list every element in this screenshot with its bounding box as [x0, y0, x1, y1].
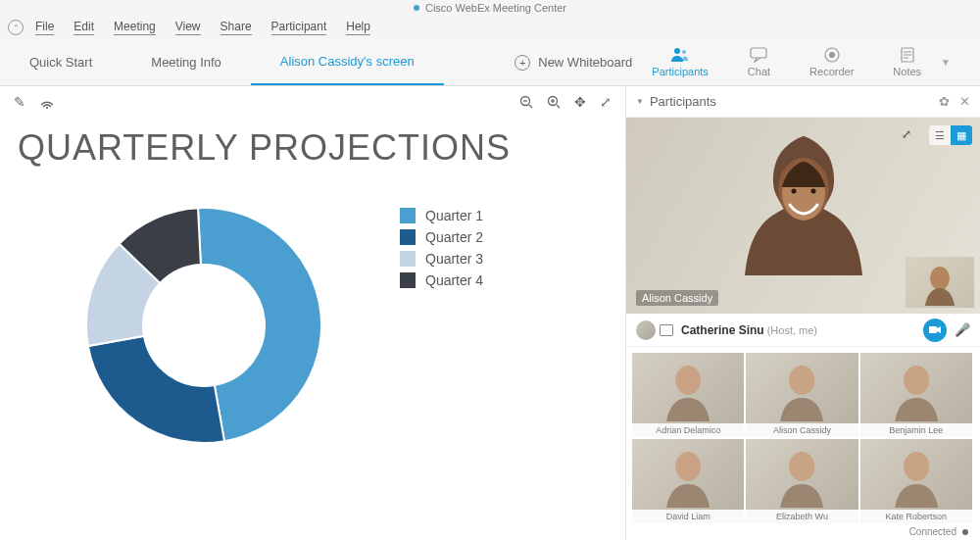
plus-icon: + — [514, 55, 530, 71]
list-view-button[interactable]: ☰ — [929, 125, 951, 145]
legend-label: Quarter 3 — [425, 251, 483, 267]
svg-point-21 — [930, 267, 950, 290]
participants-title: Participants — [650, 94, 716, 109]
participant-thumbnail[interactable]: Alison Cassidy — [746, 353, 858, 437]
tab-quick-start[interactable]: Quick Start — [0, 39, 122, 85]
legend-label: Quarter 4 — [425, 272, 483, 288]
thumbnail-name: Benjamin Lee — [860, 423, 972, 437]
participants-panel: ▼ Participants ✿ ✕ ⤢ ☰ ▦ — [625, 86, 980, 540]
tab-screen-share[interactable]: Alison Cassidy's screen — [251, 39, 444, 85]
toolbar: Quick Start Meeting Info Alison Cassidy'… — [0, 39, 980, 86]
participant-thumbnail[interactable]: Adrian Delamico — [632, 353, 744, 437]
close-icon[interactable]: ✕ — [959, 94, 970, 109]
self-participant-row: Catherine Sinu (Host, me) 🎤 — [626, 314, 980, 347]
presenting-icon — [660, 324, 673, 336]
svg-point-4 — [829, 52, 835, 58]
camera-button[interactable] — [923, 319, 947, 342]
expand-video-icon[interactable]: ⤢ — [902, 127, 911, 141]
legend-label: Quarter 1 — [425, 208, 483, 223]
panel-participants-label: Participants — [652, 66, 708, 77]
menu-file[interactable]: File — [35, 20, 54, 35]
panel-participants-button[interactable]: Participants — [652, 47, 708, 77]
thumbnail-image — [746, 439, 858, 510]
panel-recorder-button[interactable]: Recorder — [809, 47, 854, 77]
panel-recorder-label: Recorder — [809, 66, 854, 77]
menu-help[interactable]: Help — [346, 20, 370, 35]
thumbnail-image — [860, 353, 972, 423]
legend-swatch — [400, 229, 416, 245]
collapse-toggle[interactable]: ⌃ — [8, 20, 24, 35]
participant-thumbnail[interactable]: David Liam — [632, 439, 744, 523]
connection-label: Connected — [909, 526, 956, 537]
new-whiteboard-button[interactable]: + New Whiteboard — [514, 55, 632, 71]
panel-overflow-button[interactable]: ▼ — [941, 57, 951, 68]
svg-point-9 — [46, 107, 48, 109]
participant-thumbnail[interactable]: Kate Robertson — [860, 439, 972, 523]
thumbnail-name: Alison Cassidy — [746, 423, 858, 437]
self-view-thumbnail[interactable] — [906, 257, 974, 308]
svg-rect-2 — [751, 48, 766, 58]
svg-point-0 — [674, 48, 680, 54]
zoom-in-icon[interactable] — [547, 95, 561, 109]
active-speaker-face — [715, 119, 892, 295]
participant-thumbnail[interactable]: Elizabeth Wu — [746, 439, 858, 523]
legend-item: Quarter 2 — [400, 229, 483, 245]
svg-point-1 — [682, 50, 686, 54]
legend-swatch — [400, 208, 416, 223]
pencil-icon[interactable]: ✎ — [14, 94, 25, 110]
menu-edit[interactable]: Edit — [74, 20, 94, 35]
legend-swatch — [400, 272, 416, 288]
menu-meeting[interactable]: Meeting — [114, 20, 156, 35]
legend-swatch — [400, 251, 416, 267]
title-bar: Cisco WebEx Meeting Center — [0, 0, 980, 16]
legend-label: Quarter 2 — [425, 229, 483, 245]
thumbnail-image — [746, 353, 858, 423]
svg-point-28 — [904, 452, 929, 481]
notes-icon — [901, 47, 914, 63]
chart-title: QUARTERLY PROJECTIONS — [18, 127, 608, 169]
grid-view-button[interactable]: ▦ — [951, 125, 972, 145]
app-title: Cisco WebEx Meeting Center — [425, 2, 566, 14]
avatar — [636, 320, 656, 340]
svg-point-24 — [789, 366, 814, 395]
panel-notes-label: Notes — [893, 66, 921, 77]
menu-bar: ⌃ File Edit Meeting View Share Participa… — [0, 16, 980, 39]
menu-participant[interactable]: Participant — [271, 20, 327, 35]
svg-line-11 — [529, 105, 532, 108]
tab-meeting-info[interactable]: Meeting Info — [122, 39, 251, 85]
annotation-toolbar: ✎ ✥ ⤢ — [0, 86, 625, 118]
gear-icon[interactable]: ✿ — [939, 94, 950, 109]
panel-buttons: Participants Chat Recorder Notes ▼ — [652, 47, 980, 77]
shared-screen: ✎ ✥ ⤢ QUARTERLY PROJECTIONS — [0, 86, 625, 540]
collapse-panel-icon[interactable]: ▼ — [636, 97, 644, 106]
thumbnail-image — [632, 439, 744, 510]
menu-view[interactable]: View — [175, 20, 201, 35]
svg-point-26 — [675, 452, 701, 481]
panel-notes-button[interactable]: Notes — [893, 47, 921, 77]
thumbnail-image — [860, 439, 972, 510]
participants-header: ▼ Participants ✿ ✕ — [626, 86, 980, 118]
svg-point-25 — [904, 366, 929, 395]
record-icon — [824, 47, 840, 63]
donut-slice — [88, 336, 224, 443]
microphone-muted-icon[interactable]: 🎤 — [955, 322, 970, 337]
main-area: ✎ ✥ ⤢ QUARTERLY PROJECTIONS — [0, 86, 980, 540]
slide-content: QUARTERLY PROJECTIONS Quarter 1Quarter 2… — [0, 118, 625, 540]
pan-icon[interactable]: ✥ — [574, 94, 586, 110]
svg-point-23 — [675, 366, 701, 395]
chart-legend: Quarter 1Quarter 2Quarter 3Quarter 4 — [400, 208, 483, 294]
self-tag: (Host, me) — [767, 324, 817, 336]
panel-chat-button[interactable]: Chat — [748, 47, 770, 77]
fullscreen-icon[interactable]: ⤢ — [600, 94, 612, 110]
active-speaker-name: Alison Cassidy — [636, 290, 718, 306]
svg-point-27 — [789, 452, 814, 481]
self-name: Catherine Sinu — [681, 323, 764, 337]
participant-thumbnail[interactable]: Benjamin Lee — [860, 353, 972, 437]
wifi-share-icon[interactable] — [39, 95, 55, 109]
svg-rect-22 — [929, 326, 937, 333]
thumbnail-name: Elizabeth Wu — [746, 510, 858, 523]
content-tabs: Quick Start Meeting Info Alison Cassidy'… — [0, 39, 444, 85]
zoom-out-icon[interactable] — [519, 95, 533, 109]
menu-share[interactable]: Share — [220, 20, 252, 35]
svg-line-14 — [557, 105, 560, 108]
